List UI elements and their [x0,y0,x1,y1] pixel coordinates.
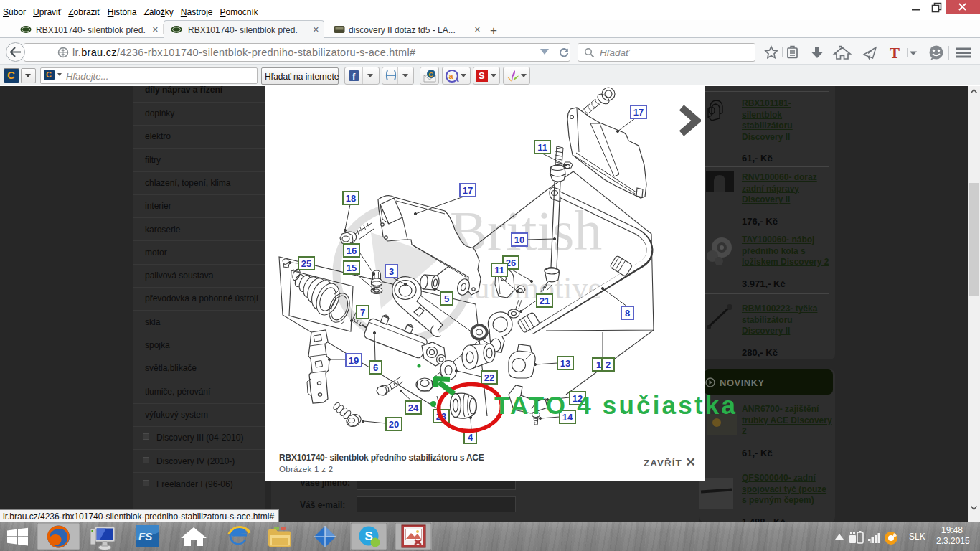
svg-text:7: 7 [360,307,365,318]
svg-text:11: 11 [494,265,504,276]
svg-text:22: 22 [484,372,494,383]
svg-text:8: 8 [625,308,630,319]
svg-text:C: C [429,71,434,78]
svg-text:19: 19 [349,355,359,366]
svg-text:T: T [890,44,900,62]
svg-text:16: 16 [347,245,357,256]
svg-text:24: 24 [408,402,419,413]
svg-text:13: 13 [560,358,570,369]
svg-text:11: 11 [537,142,547,153]
svg-text:5: 5 [444,293,449,304]
svg-text:18: 18 [346,193,356,204]
svg-text:21: 21 [540,296,550,306]
svg-text:4: 4 [468,432,473,443]
svg-text:15: 15 [347,263,357,273]
svg-text:3: 3 [389,266,394,277]
svg-text:17: 17 [463,185,473,196]
svg-text:25: 25 [301,258,311,269]
svg-text:17: 17 [633,107,644,118]
svg-text:2: 2 [606,359,611,370]
svg-text:FS: FS [138,530,152,542]
svg-text:1: 1 [596,359,601,370]
svg-text:20: 20 [389,419,399,430]
svg-text:10: 10 [514,235,524,245]
svg-text:6: 6 [373,362,378,373]
svg-text:a: a [449,72,454,80]
